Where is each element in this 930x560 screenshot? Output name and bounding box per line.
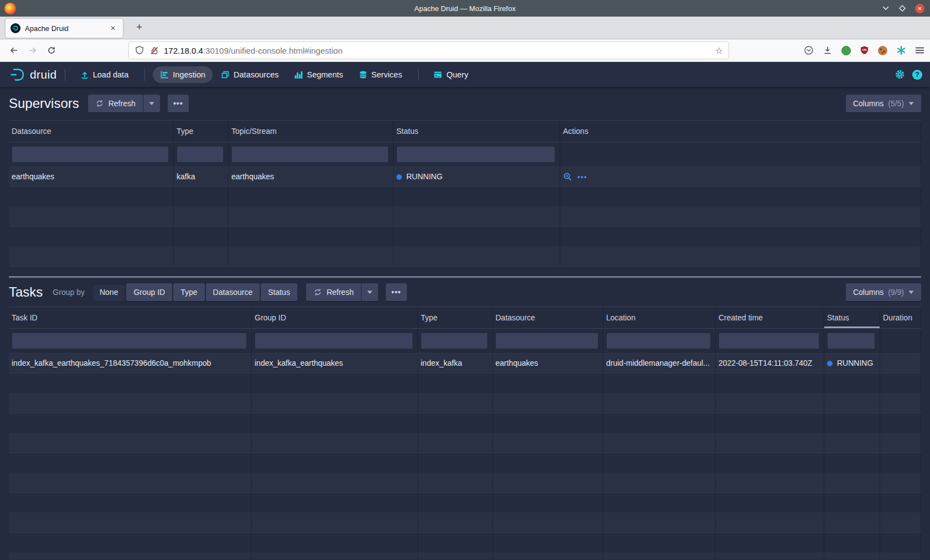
supervisors-filter-datasource[interactable] (12, 146, 169, 163)
settings-gear-icon[interactable] (895, 69, 905, 80)
insecure-lock-icon[interactable] (149, 46, 159, 55)
nav-label-ingestion: Ingestion (173, 70, 205, 79)
caret-down-icon (149, 101, 154, 106)
task-row[interactable]: index_kafka_earthquakes_7184357396d6c0a_… (9, 354, 921, 374)
druid-logo[interactable]: druid (9, 67, 57, 82)
nav-label-services: Services (371, 70, 402, 79)
nav-item-ingestion[interactable]: Ingestion (153, 66, 213, 83)
col-header-datasource[interactable]: Datasource (9, 121, 174, 142)
supervisor-status[interactable]: RUNNING (394, 167, 560, 186)
forward-icon[interactable] (23, 45, 42, 55)
task-type[interactable]: index_kafka (418, 354, 493, 373)
supervisor-more-actions-icon[interactable]: ••• (577, 167, 587, 186)
tab-apache-druid[interactable]: Apache Druid ✕ (6, 19, 123, 38)
empty-row (9, 207, 921, 227)
empty-row (9, 413, 921, 433)
tasks-more-button[interactable]: ••• (386, 283, 407, 301)
col-header-duration[interactable]: Duration (880, 307, 921, 328)
col-header-actions[interactable]: Actions (560, 121, 921, 142)
nav-item-datasources[interactable]: Datasources (214, 66, 286, 83)
cookie-extension-icon[interactable] (878, 46, 887, 55)
ublock-icon[interactable]: UO (860, 45, 869, 55)
supervisors-filter-topic[interactable] (231, 146, 389, 163)
reload-icon[interactable] (42, 45, 61, 55)
group-by-status-button[interactable]: Status (261, 283, 297, 301)
supervisors-columns-button[interactable]: Columns (5/5) (846, 95, 921, 112)
menu-hamburger-icon[interactable] (915, 46, 924, 54)
url-bar[interactable]: 172.18.0.4:30109/unified-console.html#in… (128, 42, 729, 59)
privacy-badger-icon[interactable] (841, 46, 851, 55)
col-header-task-id[interactable]: Task ID (9, 307, 252, 328)
tasks-filter-location[interactable] (606, 333, 711, 349)
tasks-filter-task-id[interactable] (12, 333, 247, 349)
task-duration[interactable] (880, 354, 921, 373)
group-by-type-button[interactable]: Type (173, 283, 204, 301)
tasks-filter-type[interactable] (421, 333, 488, 349)
col-header-type[interactable]: Type (418, 307, 493, 328)
task-id[interactable]: index_kafka_earthquakes_7184357396d6c0a_… (9, 354, 252, 373)
window-close-icon[interactable]: ✕ (915, 4, 924, 13)
group-by-group-id-button[interactable]: Group ID (126, 283, 172, 301)
supervisors-filter-status[interactable] (396, 146, 555, 163)
nav-item-query[interactable]: Query (426, 66, 476, 83)
tasks-refresh-caret-button[interactable] (361, 283, 378, 301)
supervisor-row[interactable]: earthquakes kafka earthquakes RUNNING ••… (9, 167, 921, 187)
asterisk-extension-icon[interactable] (896, 45, 906, 55)
supervisor-topic[interactable]: earthquakes (229, 167, 394, 186)
tasks-refresh-button[interactable]: Refresh (306, 283, 361, 301)
col-header-status-sorted[interactable]: Status (824, 307, 880, 328)
pocket-icon[interactable] (804, 45, 814, 55)
col-header-created-time[interactable]: Created time (716, 307, 824, 328)
tab-close-icon[interactable]: ✕ (108, 23, 118, 33)
columns-label: Columns (853, 288, 884, 297)
tasks-filter-created-time[interactable] (719, 333, 819, 349)
tasks-title: Tasks (9, 284, 43, 300)
task-location[interactable]: druid-middlemanager-defaul... (603, 354, 716, 373)
supervisors-refresh-button[interactable]: Refresh (88, 95, 143, 112)
task-datasource[interactable]: earthquakes (493, 354, 603, 373)
task-group-id[interactable]: index_kafka_earthquakes (252, 354, 418, 373)
tracking-shield-icon[interactable] (135, 45, 144, 55)
druid-console: druid Load data Ingestion Datasources Se… (0, 62, 930, 559)
col-header-status[interactable]: Status (394, 121, 560, 142)
col-header-group-id[interactable]: Group ID (252, 307, 418, 328)
nav-item-segments[interactable]: Segments (287, 66, 350, 83)
col-header-location[interactable]: Location (603, 307, 716, 328)
tasks-columns-button[interactable]: Columns (9/9) (846, 283, 921, 301)
tab-title: Apache Druid (25, 24, 108, 33)
nav-label-load-data: Load data (93, 70, 129, 79)
supervisor-detail-magnifier-icon[interactable] (563, 172, 572, 182)
task-created-time[interactable]: 2022-08-15T14:11:03.740Z (716, 354, 824, 373)
nav-item-services[interactable]: Services (352, 66, 410, 83)
supervisor-datasource[interactable]: earthquakes (9, 167, 174, 186)
new-tab-button[interactable]: + (132, 20, 147, 34)
url-text: 172.18.0.4:30109/unified-console.html#in… (164, 46, 343, 55)
supervisor-type[interactable]: kafka (174, 167, 229, 186)
supervisors-more-button[interactable]: ••• (168, 95, 189, 112)
window-maximize-icon[interactable] (898, 4, 906, 12)
help-icon[interactable]: ? (912, 70, 922, 80)
supervisors-refresh-caret-button[interactable] (143, 95, 160, 112)
task-status[interactable]: RUNNING (824, 354, 880, 373)
running-status-dot (396, 174, 402, 180)
navbar-divider (418, 69, 418, 81)
url-path: :30109/unified-console.html#ingestion (203, 46, 343, 55)
tasks-filter-datasource[interactable] (495, 333, 598, 349)
nav-item-load-data[interactable]: Load data (73, 66, 136, 83)
bookmark-star-icon[interactable]: ☆ (715, 45, 723, 56)
col-header-topic-stream[interactable]: Topic/Stream (229, 121, 394, 142)
tasks-refresh-label: Refresh (327, 288, 354, 297)
empty-row (9, 227, 921, 247)
downloads-icon[interactable] (823, 45, 833, 55)
tasks-filter-status[interactable] (827, 333, 875, 349)
back-icon[interactable] (4, 45, 23, 55)
group-by-datasource-button[interactable]: Datasource (206, 283, 260, 301)
tasks-filter-group-id[interactable] (255, 333, 413, 349)
col-header-datasource[interactable]: Datasource (493, 307, 603, 328)
empty-row (9, 493, 921, 513)
col-header-type[interactable]: Type (174, 121, 229, 142)
supervisors-filter-type[interactable] (177, 146, 224, 163)
services-icon (359, 70, 368, 79)
group-by-none-button[interactable]: None (92, 283, 125, 301)
window-minimize-icon[interactable] (882, 6, 890, 11)
